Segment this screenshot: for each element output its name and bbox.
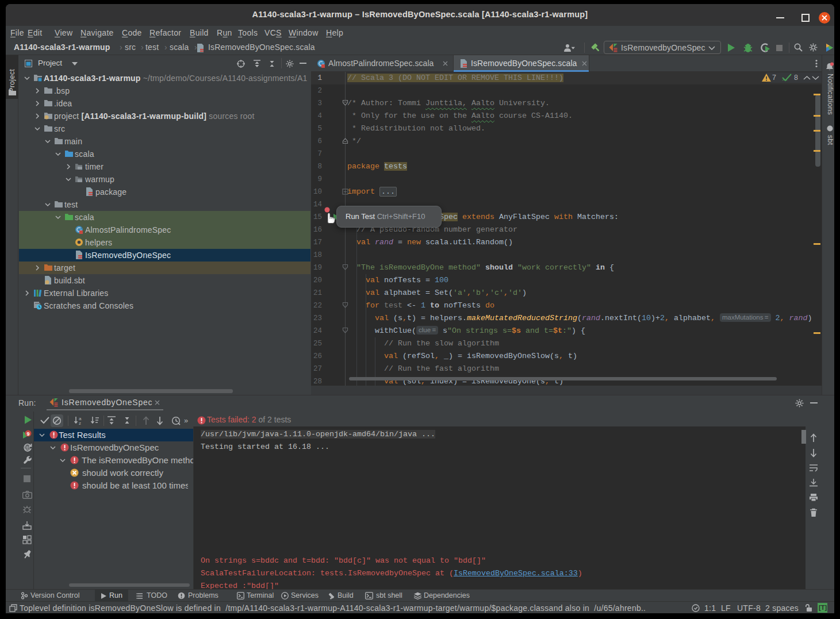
svg-text:9: 9 (26, 431, 29, 437)
svg-text:z: z (79, 421, 81, 425)
